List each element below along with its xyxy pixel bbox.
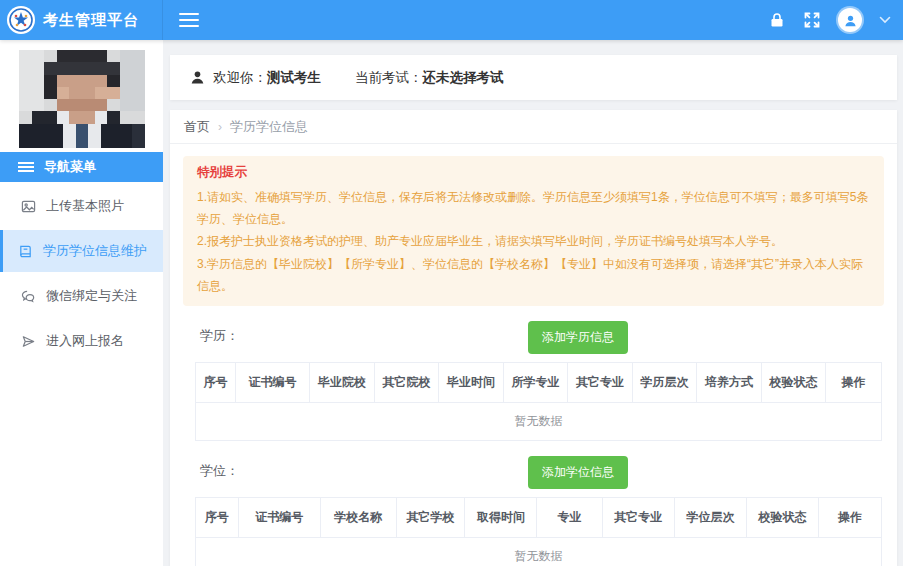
sidebar-item-label: 学历学位信息维护	[43, 242, 147, 260]
add-degree-button[interactable]: 添加学位信息	[528, 456, 628, 489]
notice-line-1: 1.请如实、准确填写学历、学位信息，保存后将无法修改或删除。学历信息至少须填写1…	[197, 186, 870, 230]
education-column-header: 毕业时间	[439, 363, 504, 402]
greeting-label: 欢迎你：	[213, 69, 267, 87]
sidebar-item-enter-registration[interactable]: 进入网上报名	[0, 320, 163, 362]
sidebar-item-wechat-bind[interactable]: 微信绑定与关注	[0, 275, 163, 317]
education-section-header: 学历： 添加学历信息	[170, 314, 897, 356]
education-column-header: 操作	[826, 363, 881, 402]
list-icon	[18, 162, 34, 172]
education-empty-row: 暂无数据	[195, 403, 882, 441]
sidebar-item-label: 进入网上报名	[46, 332, 124, 350]
degree-table: 序号证书编号学校名称其它学校取得时间专业其它专业学位层次校验状态操作 暂无数据	[195, 497, 882, 566]
add-education-button[interactable]: 添加学历信息	[528, 321, 628, 354]
enter-icon	[21, 334, 36, 349]
degree-column-header: 校验状态	[747, 498, 819, 537]
education-column-header: 所学专业	[504, 363, 569, 402]
nav-menu-title: 导航菜单	[44, 158, 96, 176]
brand-area: 考生管理平台	[0, 0, 163, 40]
app-logo-icon	[6, 5, 36, 35]
education-column-header: 学历层次	[633, 363, 698, 402]
degree-empty-row: 暂无数据	[195, 538, 882, 566]
education-column-header: 其它专业	[568, 363, 633, 402]
book-icon	[18, 244, 33, 259]
special-notice: 特别提示 1.请如实、准确填写学历、学位信息，保存后将无法修改或删除。学历信息至…	[183, 156, 884, 306]
degree-section-header: 学位： 添加学位信息	[170, 449, 897, 491]
candidate-name: 测试考生	[267, 69, 321, 87]
degree-table-header: 序号证书编号学校名称其它学校取得时间专业其它专业学位层次校验状态操作	[195, 497, 882, 538]
exam-label: 当前考试：	[355, 70, 423, 85]
degree-label: 学位：	[200, 462, 239, 480]
degree-column-header: 序号	[196, 498, 239, 537]
top-header: 考生管理平台	[0, 0, 903, 40]
notice-line-3: 3.学历信息的【毕业院校】【所学专业】、学位信息的【学校名称】【专业】中如没有可…	[197, 253, 870, 297]
degree-column-header: 学校名称	[321, 498, 397, 537]
fullscreen-icon[interactable]	[803, 11, 821, 29]
degree-column-header: 操作	[819, 498, 881, 537]
degree-column-header: 其它学校	[397, 498, 466, 537]
education-column-header: 培养方式	[697, 363, 762, 402]
education-column-header: 其它院校	[375, 363, 440, 402]
degree-column-header: 取得时间	[465, 498, 537, 537]
nav-menu-header: 导航菜单	[0, 152, 163, 182]
header-actions	[768, 8, 903, 32]
lock-icon[interactable]	[768, 11, 786, 29]
sidebar-item-label: 上传基本照片	[46, 197, 124, 215]
sidebar-item-label: 微信绑定与关注	[46, 287, 137, 305]
exam-value: 还未选择考试	[423, 70, 504, 85]
education-column-header: 序号	[196, 363, 236, 402]
wechat-icon	[21, 289, 36, 304]
education-column-header: 校验状态	[762, 363, 827, 402]
user-avatar[interactable]	[838, 8, 862, 32]
candidate-photo	[19, 50, 145, 148]
breadcrumb: 首页 › 学历学位信息	[170, 110, 897, 144]
breadcrumb-home[interactable]: 首页	[184, 118, 210, 136]
breadcrumb-separator: ›	[218, 120, 222, 134]
education-column-header: 毕业院校	[310, 363, 375, 402]
notice-line-2: 2.报考护士执业资格考试的护理、助产专业应届毕业生，请据实填写毕业时间，学历证书…	[197, 230, 870, 252]
menu-toggle-icon[interactable]	[179, 13, 199, 27]
sidebar-item-education-info[interactable]: 学历学位信息维护	[0, 230, 163, 272]
sidebar: 导航菜单 上传基本照片 学历学位信息维护 微信绑定与关注 进入网上报名	[0, 40, 163, 566]
degree-column-header: 学位层次	[675, 498, 747, 537]
person-icon	[190, 70, 205, 85]
education-table: 序号证书编号毕业院校其它院校毕业时间所学专业其它专业学历层次培养方式校验状态操作…	[195, 362, 882, 441]
welcome-bar: 欢迎你：测试考生 当前考试：还未选择考试	[170, 55, 897, 100]
breadcrumb-current: 学历学位信息	[230, 118, 308, 136]
current-exam: 当前考试：还未选择考试	[355, 69, 504, 87]
page-card: 首页 › 学历学位信息 特别提示 1.请如实、准确填写学历、学位信息，保存后将无…	[170, 110, 897, 566]
sidebar-item-upload-photo[interactable]: 上传基本照片	[0, 185, 163, 227]
degree-column-header: 专业	[537, 498, 602, 537]
education-column-header: 证书编号	[236, 363, 310, 402]
education-label: 学历：	[200, 327, 239, 345]
degree-column-header: 证书编号	[239, 498, 321, 537]
education-table-header: 序号证书编号毕业院校其它院校毕业时间所学专业其它专业学历层次培养方式校验状态操作	[195, 362, 882, 403]
photo-icon	[21, 199, 36, 214]
app-title: 考生管理平台	[43, 11, 139, 30]
main-content: 欢迎你：测试考生 当前考试：还未选择考试 首页 › 学历学位信息 特别提示 1.…	[170, 40, 897, 566]
degree-column-header: 其它专业	[603, 498, 675, 537]
chevron-down-icon[interactable]	[879, 11, 891, 29]
notice-title: 特别提示	[197, 164, 870, 181]
